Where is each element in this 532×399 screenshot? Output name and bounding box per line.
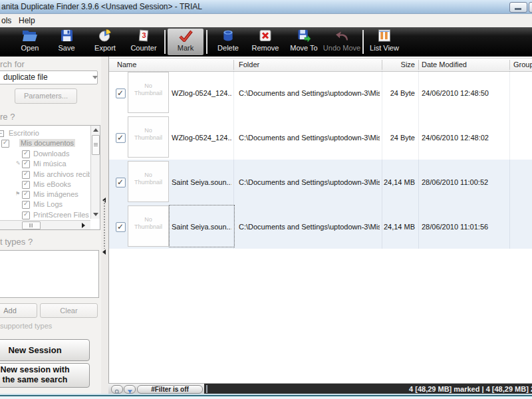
filter-funnel-button[interactable] — [124, 385, 136, 394]
tree-vertical-scrollbar[interactable] — [90, 126, 100, 219]
cell-folder: C:\Documents and Settings\uptodown-3\Mis… — [239, 178, 380, 186]
app-window: anita Duplicate Finder 3.9.6 <Unsaved Se… — [0, 0, 532, 399]
thumbnail-placeholder: No Thumbnail — [128, 161, 169, 202]
svg-text:3: 3 — [142, 31, 146, 39]
minimize-icon — [515, 8, 521, 10]
tree-checkbox[interactable] — [22, 191, 30, 199]
cell-date: 28/06/2010 11:00:52 — [422, 178, 508, 186]
row-checkbox[interactable] — [116, 222, 126, 232]
thumbnail-placeholder: No Thumbnail — [128, 205, 169, 247]
what-types-label: t types ? — [0, 237, 33, 247]
list-view-button[interactable]: List View — [366, 29, 403, 55]
menu-help[interactable]: Help — [19, 16, 35, 25]
tree-checkbox[interactable] — [22, 150, 30, 158]
column-header-size[interactable]: Size — [368, 61, 415, 68]
cell-date: 24/06/2010 12:48:50 — [422, 89, 508, 97]
remove-x-icon — [247, 29, 283, 44]
window-title: anita Duplicate Finder 3.9.6 <Unsaved Se… — [1, 2, 202, 11]
undo-move-button-label: Undo Move — [322, 44, 362, 53]
remove-button[interactable]: Remove — [247, 29, 283, 55]
file-types-listbox[interactable] — [0, 250, 99, 298]
save-floppy-icon — [49, 29, 84, 44]
scroll-down-icon[interactable] — [93, 213, 98, 216]
tree-item-mis-documentos[interactable]: Mis documentos — [0, 138, 90, 148]
tree-item-printscreen-files[interactable]: PrintScreen Files — [0, 210, 90, 220]
scrollbar-thumb[interactable] — [92, 135, 100, 155]
tree-item-mis-archivos-recibidos[interactable]: Mis archivos recibido — [0, 170, 90, 180]
scroll-up-icon[interactable] — [93, 128, 98, 132]
column-header-folder[interactable]: Folder — [239, 61, 259, 68]
delete-button[interactable]: Delete — [210, 29, 246, 55]
row-checkbox[interactable] — [116, 178, 126, 188]
status-bar: #Filter is off 4 [48,29 MB] marked | 4 [… — [108, 383, 532, 394]
collapse-left-icon[interactable] — [102, 249, 106, 255]
table-row[interactable]: No Thumbnail WZlog-0524_124... C:\Docume… — [109, 70, 532, 115]
supported-types-label: supported types — [0, 322, 52, 330]
list-header: Name Folder Size Date Modified Group — [109, 58, 532, 72]
collapse-icon[interactable] — [0, 130, 4, 137]
tree-checkbox[interactable] — [22, 211, 30, 219]
mark-check-icon — [168, 29, 203, 44]
cell-name: Saint Seiya.soun... — [172, 178, 231, 186]
table-row[interactable]: No Thumbnail WZlog-0524_124... C:\Docume… — [109, 115, 532, 160]
maximize-button-partial[interactable] — [529, 2, 532, 13]
undo-move-button: Undo Move — [322, 29, 362, 55]
move-to-button[interactable]: Move To — [285, 29, 323, 55]
search-type-combobox[interactable]: duplicate file — [0, 70, 98, 84]
save-button[interactable]: Save — [49, 29, 84, 55]
parameters-button[interactable]: Parameters... — [15, 88, 77, 104]
row-checkbox[interactable] — [116, 88, 126, 98]
new-session-button[interactable]: New Session — [0, 339, 90, 361]
column-header-date-modified[interactable]: Date Modified — [422, 61, 467, 68]
new-session-same-search-button[interactable]: New session with the same search — [0, 363, 90, 388]
splitter-grip[interactable] — [103, 200, 106, 249]
tree-checkbox[interactable] — [1, 140, 9, 148]
thumbnail-placeholder: No Thumbnail — [128, 72, 169, 113]
column-divider[interactable] — [509, 60, 510, 70]
sidebar: rch for duplicate file Parameters... re … — [0, 57, 101, 394]
row-checkbox[interactable] — [116, 133, 126, 143]
column-header-name[interactable]: Name — [117, 61, 136, 68]
column-divider[interactable] — [233, 60, 234, 70]
column-header-group[interactable]: Group — [513, 61, 532, 68]
add-button[interactable]: Add — [0, 303, 37, 318]
menu-bar: ols Help — [0, 14, 532, 27]
tree-item-mis-logs[interactable]: Mis Logs — [0, 200, 90, 209]
cell-size: 24,14 MB — [365, 178, 415, 186]
no-thumbnail-label: No Thumbnail — [132, 216, 165, 231]
counter-button[interactable]: 3 Counter — [126, 29, 162, 55]
zoom-search-button[interactable] — [111, 385, 123, 394]
column-divider[interactable] — [418, 60, 419, 70]
tree-item-label: Mi música — [33, 160, 66, 168]
tree-item-downloads[interactable]: Downloads — [0, 149, 90, 159]
clear-button[interactable]: Clear — [40, 303, 98, 318]
save-button-label: Save — [49, 44, 84, 53]
tree-checkbox[interactable] — [22, 160, 30, 168]
remove-button-label: Remove — [247, 44, 283, 53]
mark-button[interactable]: Mark — [168, 29, 203, 55]
tree-horizontal-scrollbar[interactable] — [0, 220, 90, 229]
tree-item-label: PrintScreen Files — [33, 211, 89, 219]
column-divider[interactable] — [382, 60, 382, 70]
tree-checkbox[interactable] — [22, 201, 30, 209]
tree-checkbox[interactable] — [22, 181, 30, 189]
tree-item-mis-ebooks[interactable]: Mis eBooks — [0, 180, 90, 190]
tree-item-mis-imagenes[interactable]: ⚑ Mis imágenes — [0, 190, 90, 200]
scrollbar-thumb[interactable] — [22, 221, 41, 229]
export-button[interactable]: Export — [87, 29, 123, 55]
tree-checkbox[interactable] — [22, 171, 30, 179]
cell-size: 24 Byte — [365, 134, 415, 142]
chevron-down-icon[interactable] — [92, 76, 98, 79]
menu-tools-partial[interactable]: ols — [1, 16, 11, 25]
open-button[interactable]: Open — [12, 29, 48, 55]
filter-status-button[interactable]: #Filter is off — [137, 385, 203, 394]
export-pie-icon — [87, 29, 123, 44]
tree-item-escritorio[interactable]: Escritorio — [0, 128, 90, 138]
panel-splitter[interactable] — [101, 57, 108, 394]
scroll-right-icon[interactable] — [82, 223, 85, 228]
minimize-button[interactable] — [509, 2, 527, 13]
tree-item-label: Mis archivos recibido — [33, 170, 90, 178]
counter-button-label: Counter — [126, 44, 162, 53]
table-row[interactable]: No Thumbnail Saint Seiya.soun... C:\Docu… — [109, 160, 532, 204]
tree-item-mi-musica[interactable]: ✎ Mi música — [0, 159, 90, 169]
